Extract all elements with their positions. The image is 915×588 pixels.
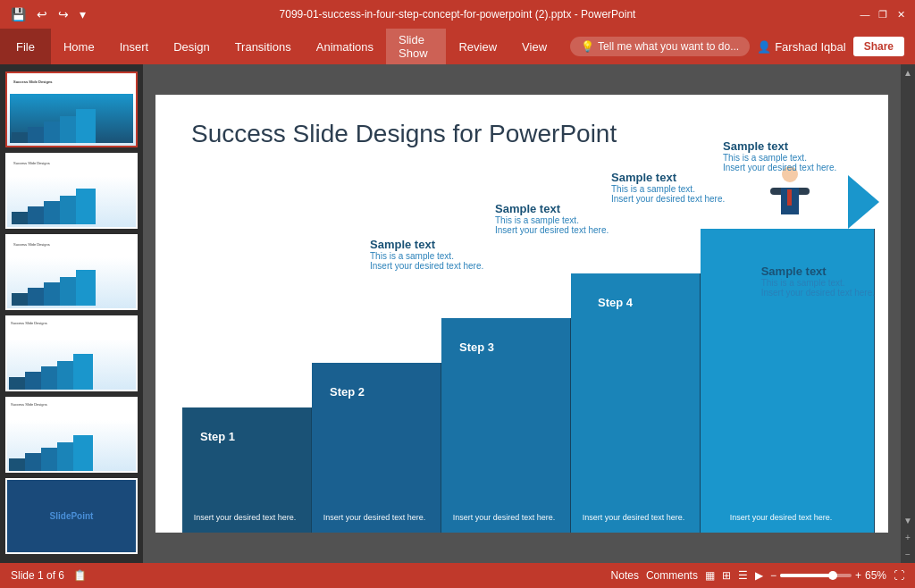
quick-access-toolbar[interactable]: 💾 ↩ ↪ ▾ — [7, 5, 89, 23]
step-body-3: Insert your desired text here. — [446, 512, 562, 524]
tab-design[interactable]: Design — [161, 29, 222, 64]
slide-thumbnail-2[interactable]: Success Slide Designs — [5, 153, 138, 229]
zoom-control[interactable]: − + 65% — [770, 569, 886, 582]
main-layout: 1 Success Slide Designs — [0, 64, 915, 563]
step-body-4: Insert your desired text here. — [575, 512, 692, 524]
scroll-down-button[interactable]: ▼ — [903, 512, 912, 529]
notes-button[interactable]: Notes — [611, 569, 639, 582]
slide-panel: 1 Success Slide Designs — [0, 64, 143, 563]
tab-animations[interactable]: Animations — [304, 29, 386, 64]
menu-right: 💡 Tell me what you want to do... 👤 Farsh… — [559, 29, 915, 64]
zoom-thumb[interactable] — [828, 571, 837, 580]
annotation-5: Sample text This is a sample text. Inser… — [761, 265, 875, 298]
tab-review[interactable]: Review — [446, 29, 509, 64]
user-info: 👤 Farshad Iqbal — [757, 40, 846, 54]
slide-thumbnail-6[interactable]: SlidePoint — [5, 478, 138, 554]
notes-view-icon: 📋 — [73, 569, 87, 582]
annotation-3: Sample text This is a sample text. Inser… — [611, 171, 725, 204]
slide-thumbnail-5[interactable]: Success Slide Designs — [5, 397, 138, 473]
status-right: Notes Comments ▦ ⊞ ☰ ▶ − + 65% ⛶ — [611, 569, 904, 582]
scroll-zoom-out[interactable]: − — [905, 546, 911, 563]
menu-bar: File Home Insert Design Transitions Anim… — [0, 29, 915, 64]
annotation-2: Sample text This is a sample text. Inser… — [495, 202, 609, 235]
user-icon: 👤 — [757, 40, 771, 54]
step-label-3: Step 3 — [459, 340, 494, 354]
zoom-fill — [780, 574, 830, 577]
undo-icon[interactable]: ↩ — [33, 5, 51, 23]
zoom-level: 65% — [865, 569, 886, 582]
username: Farshad Iqbal — [775, 40, 846, 54]
step-body-1: Insert your desired text here. — [187, 512, 303, 524]
scroll-up-button[interactable]: ▲ — [903, 64, 912, 81]
slideshow-icon[interactable]: ▶ — [755, 569, 763, 582]
view-icons: ▦ ⊞ ☰ ▶ — [705, 569, 763, 582]
slide-canvas: Success Slide Designs for PowerPoint — [155, 95, 888, 533]
tab-view[interactable]: View — [509, 29, 559, 64]
title-bar: 💾 ↩ ↪ ▾ 7099-01-success-in-four-step-con… — [0, 0, 915, 29]
slide-thumbnail-3[interactable]: Success Slide Designs — [5, 234, 138, 310]
slide-count: Slide 1 of 6 — [11, 569, 64, 582]
menu-tabs: Home Insert Design Transitions Animation… — [51, 29, 559, 64]
arrow-tip — [848, 175, 879, 229]
slide-thumbnail-1[interactable]: Success Slide Designs — [5, 71, 138, 147]
tab-slideshow[interactable]: Slide Show — [386, 29, 446, 64]
step-label-4: Step 4 — [598, 296, 633, 309]
step-body-5: Insert your desired text here. — [705, 512, 857, 524]
annotation-4: Sample text This is a sample text. Inser… — [723, 139, 836, 172]
share-button[interactable]: Share — [853, 37, 904, 56]
steps-container: Step 1 Insert your desired text here. St… — [155, 193, 888, 533]
tell-me-input[interactable]: 💡 Tell me what you want to do... — [570, 37, 750, 56]
scroll-zoom-in[interactable]: + — [905, 529, 911, 546]
tab-transitions[interactable]: Transitions — [222, 29, 304, 64]
fit-slide-icon[interactable]: ⛶ — [894, 569, 904, 582]
save-icon[interactable]: 💾 — [7, 5, 29, 23]
window-title: 7099-01-success-in-four-step-concept-for… — [280, 8, 636, 21]
tab-insert[interactable]: Insert — [107, 29, 162, 64]
step-body-2: Insert your desired text here. — [316, 512, 432, 524]
step-label-2: Step 2 — [330, 385, 365, 399]
lightbulb-icon: 💡 — [581, 40, 594, 53]
tab-home[interactable]: Home — [51, 29, 107, 64]
normal-view-icon[interactable]: ▦ — [705, 569, 715, 582]
zoom-out-icon[interactable]: − — [770, 569, 776, 582]
tell-me-text: Tell me what you want to do... — [598, 40, 739, 53]
minimize-button[interactable]: — — [858, 7, 872, 21]
status-bar: Slide 1 of 6 📋 Notes Comments ▦ ⊞ ☰ ▶ − … — [0, 563, 915, 588]
restore-button[interactable]: ❐ — [876, 7, 890, 21]
file-menu[interactable]: File — [0, 29, 51, 64]
figurine — [768, 166, 812, 229]
comments-button[interactable]: Comments — [646, 569, 698, 582]
slide-title: Success Slide Designs for PowerPoint — [191, 120, 617, 148]
close-button[interactable]: ✕ — [894, 7, 908, 21]
annotation-1: Sample text This is a sample text. Inser… — [370, 238, 483, 271]
step-label-1: Step 1 — [200, 430, 235, 443]
zoom-in-icon[interactable]: + — [855, 569, 861, 582]
redo-icon[interactable]: ↪ — [55, 5, 72, 23]
slide-thumbnail-4[interactable]: Success Slide Designs — [5, 315, 138, 391]
status-left: Slide 1 of 6 📋 — [11, 569, 87, 582]
slide-area[interactable]: Success Slide Designs for PowerPoint — [143, 64, 901, 563]
right-scrollbar[interactable]: ▲ ▼ + − — [901, 64, 915, 563]
slide-sorter-icon[interactable]: ⊞ — [722, 569, 731, 582]
zoom-bar[interactable] — [780, 574, 852, 577]
window-controls[interactable]: — ❐ ✕ — [858, 7, 908, 21]
customize-icon[interactable]: ▾ — [76, 5, 89, 23]
step-bar-4 — [571, 273, 701, 533]
reading-view-icon[interactable]: ☰ — [738, 569, 748, 582]
